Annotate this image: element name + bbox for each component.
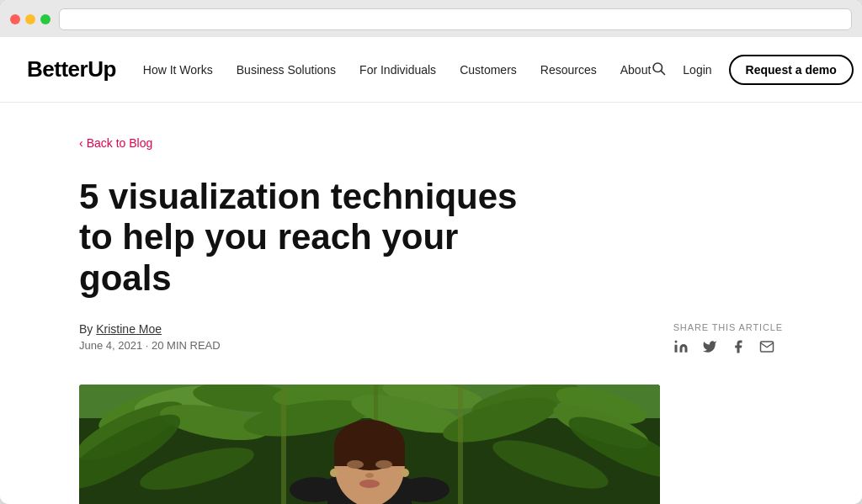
svg-point-34 — [399, 477, 450, 502]
facebook-share-icon[interactable] — [731, 339, 746, 358]
article-date: June 4, 2021 · 20 MIN READ — [79, 339, 221, 352]
nav-for-individuals[interactable]: For Individuals — [359, 63, 436, 77]
svg-line-1 — [662, 71, 665, 74]
address-bar[interactable] — [59, 8, 852, 30]
page-content: BetterUp How It Works Business Solutions… — [0, 37, 862, 504]
traffic-lights — [10, 14, 51, 24]
svg-rect-20 — [281, 385, 286, 504]
svg-point-33 — [290, 477, 340, 502]
svg-point-29 — [365, 473, 374, 478]
svg-rect-22 — [458, 385, 463, 504]
author-name-link[interactable]: Kristine Moe — [96, 322, 162, 336]
maximize-button[interactable] — [40, 14, 51, 24]
svg-point-32 — [401, 469, 409, 477]
nav-about[interactable]: About — [620, 63, 652, 77]
share-label: SHARE THIS ARTICLE — [673, 322, 783, 332]
nav-how-it-works[interactable]: How It Works — [143, 63, 213, 77]
twitter-share-icon[interactable] — [702, 339, 717, 358]
date-text: June 4, 2021 — [79, 339, 142, 352]
date-separator: · — [142, 339, 152, 352]
back-to-blog-label: Back to Blog — [87, 136, 153, 150]
site-logo[interactable]: BetterUp — [27, 56, 116, 82]
share-block: SHARE THIS ARTICLE — [673, 322, 783, 358]
article-author-block: By Kristine Moe June 4, 2021 · 20 MIN RE… — [79, 322, 221, 352]
article-container: ‹ Back to Blog 5 visualization technique… — [52, 103, 810, 504]
browser-chrome — [0, 0, 862, 37]
chevron-left-icon: ‹ — [79, 136, 83, 150]
svg-point-30 — [359, 480, 380, 488]
nav-links: How It Works Business Solutions For Indi… — [143, 63, 652, 77]
search-icon[interactable] — [651, 61, 666, 78]
navbar: BetterUp How It Works Business Solutions… — [0, 37, 862, 103]
browser-window: BetterUp How It Works Business Solutions… — [0, 0, 862, 504]
article-meta-row: By Kristine Moe June 4, 2021 · 20 MIN RE… — [79, 322, 783, 358]
svg-point-27 — [347, 460, 364, 469]
article-hero-image — [79, 385, 660, 504]
close-button[interactable] — [10, 14, 20, 24]
request-demo-button[interactable]: Request a demo — [729, 55, 854, 85]
minimize-button[interactable] — [25, 14, 35, 24]
back-to-blog-link[interactable]: ‹ Back to Blog — [79, 136, 783, 150]
email-share-icon[interactable] — [759, 339, 774, 358]
nav-actions: Login Request a demo — [651, 55, 853, 85]
read-time: 20 MIN READ — [152, 339, 221, 352]
author-line: By Kristine Moe — [79, 322, 221, 336]
nav-business-solutions[interactable]: Business Solutions — [237, 63, 336, 77]
svg-point-31 — [330, 469, 338, 477]
nav-resources[interactable]: Resources — [540, 63, 597, 77]
svg-rect-2 — [674, 345, 677, 353]
svg-point-3 — [674, 340, 677, 342]
share-icons — [673, 339, 774, 358]
svg-point-28 — [375, 460, 392, 469]
article-title: 5 visualization techniques to help you r… — [79, 177, 551, 299]
linkedin-share-icon[interactable] — [673, 339, 689, 358]
login-link[interactable]: Login — [683, 63, 711, 77]
author-prefix: By — [79, 322, 96, 336]
nav-customers[interactable]: Customers — [460, 63, 517, 77]
svg-rect-26 — [334, 445, 405, 466]
